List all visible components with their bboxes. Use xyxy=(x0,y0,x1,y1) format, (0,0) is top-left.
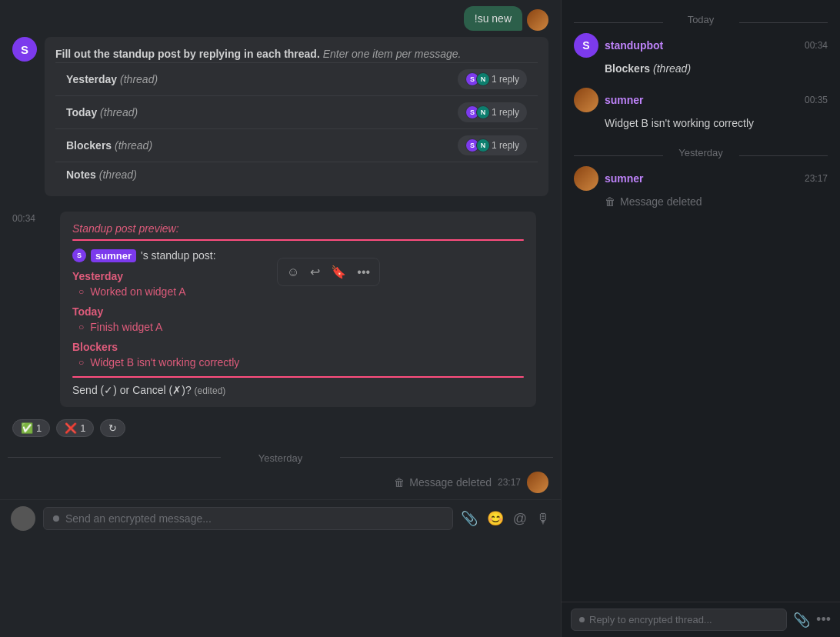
thread-yesterday-reply[interactable]: S N 1 reply xyxy=(458,69,527,89)
right-more-btn[interactable]: ••• xyxy=(816,612,831,628)
standup-blockers-item-text-0: Widget B isn't working correctly xyxy=(90,356,239,369)
emoji-btn[interactable]: 😊 xyxy=(487,510,504,527)
right-msg-sumner-yesterday: sumner 23:17 🗑 Message deleted xyxy=(574,166,828,210)
checkmark-emoji: ✅ xyxy=(21,422,33,434)
right-msg-sumner: sumner 00:35 Widget B isn't working corr… xyxy=(574,88,828,132)
new-message-area: !su new xyxy=(0,0,561,32)
standup-timestamp: 00:34 xyxy=(12,213,42,224)
deleted-message-text: 🗑 Message deleted xyxy=(394,476,492,489)
right-input-bar: Reply to encrypted thread... 📎 ••• xyxy=(562,602,840,637)
standup-top-divider xyxy=(72,239,524,241)
thread-blockers-reply-count: 1 reply xyxy=(492,140,519,151)
standup-today-title: Today xyxy=(72,305,524,318)
standup-today-item-text-0: Finish widget A xyxy=(90,321,162,333)
reply-avatar-6: N xyxy=(476,138,490,152)
deleted-right-text: 🗑 Message deleted xyxy=(605,194,828,210)
right-today-separator: Today xyxy=(574,9,828,33)
thread-notes-label: Notes (thread) xyxy=(66,168,137,181)
standup-blockers-title: Blockers xyxy=(72,341,524,353)
thread-yesterday-label: Yesterday (thread) xyxy=(66,73,158,85)
standup-preview-title: Standup post preview: xyxy=(72,222,524,235)
encrypted-dot xyxy=(53,515,59,522)
voice-btn[interactable]: 🎙 xyxy=(536,510,550,527)
x-count: 1 xyxy=(80,422,85,434)
emoji-reaction-btn[interactable]: ☺ xyxy=(282,262,304,282)
deleted-msg-avatar xyxy=(527,472,548,493)
widget-b-text: Widget B isn't working correctly xyxy=(605,117,754,129)
standup-bottom-divider xyxy=(72,376,524,378)
reply-btn[interactable]: ↩ xyxy=(305,262,325,282)
thread-today[interactable]: Today (thread) S N 1 reply xyxy=(55,95,538,128)
x-emoji: ❌ xyxy=(65,422,77,434)
deleted-message-row: 🗑 Message deleted 23:17 xyxy=(0,469,561,499)
yesterday-label: Yesterday xyxy=(258,452,302,464)
right-yesterday-separator: Yesterday xyxy=(574,142,828,166)
instruction-italic: Enter one item per message. xyxy=(323,48,462,60)
deleted-right-content: Message deleted xyxy=(620,194,702,210)
reaction-row: ✅ 1 ❌ 1 ↻ xyxy=(0,415,561,442)
blockers-label-right: Blockers xyxy=(605,62,650,75)
blockers-italic-right: (thread) xyxy=(653,62,691,75)
sender-avatar-top xyxy=(527,9,548,31)
sumner-avatar-right xyxy=(574,88,598,112)
attachment-btn[interactable]: 📎 xyxy=(461,510,478,527)
bookmark-btn[interactable]: 🔖 xyxy=(326,262,351,282)
reply-avatar-2: N xyxy=(476,72,490,86)
sumner-ts-yesterday: 23:17 xyxy=(805,173,828,184)
thread-today-reply[interactable]: S N 1 reply xyxy=(458,102,527,122)
x-reaction[interactable]: ❌ 1 xyxy=(56,419,94,437)
sumner-deleted-body: 🗑 Message deleted xyxy=(574,194,828,210)
right-attachment-btn[interactable]: 📎 xyxy=(793,612,810,629)
edited-label: (edited) xyxy=(195,385,226,396)
sumner-username-right: sumner xyxy=(605,94,644,106)
message-input-bar: Send an encrypted message... 📎 😊 @ 🎙 xyxy=(0,499,561,537)
standupbot-avatar: S xyxy=(574,33,598,58)
bot-instruction-text: Fill out the standup post by replying in… xyxy=(55,46,538,62)
input-icon-group: 📎 😊 @ 🎙 xyxy=(461,510,550,527)
right-msg-standupbot: S standupbot 00:34 Blockers (thread) xyxy=(574,33,828,77)
standup-user-suffix: 's standup post: xyxy=(141,249,216,262)
message-input-wrap[interactable]: Send an encrypted message... xyxy=(43,507,453,530)
thread-yesterday-reply-count: 1 reply xyxy=(492,74,519,85)
thread-messages-scroll: Today S standupbot 00:34 Blockers (threa… xyxy=(562,0,840,602)
standup-yesterday-item-0: Worked on widget A xyxy=(72,285,524,298)
sumner-msg-body: Widget B isn't working correctly xyxy=(574,115,828,132)
bot-message-row: S Fill out the standup post by replying … xyxy=(0,32,561,207)
checkmark-reaction[interactable]: ✅ 1 xyxy=(12,419,50,437)
user-avatar-input xyxy=(11,506,35,531)
standup-username-badge: sumner xyxy=(91,249,136,262)
message-toolbar: ☺ ↩ 🔖 ••• xyxy=(277,258,380,286)
right-msg-standupbot-header: S standupbot 00:34 xyxy=(574,33,828,58)
right-thread-panel: Today S standupbot 00:34 Blockers (threa… xyxy=(562,0,840,637)
su-new-text: !su new xyxy=(475,12,512,25)
thread-blockers-reply[interactable]: S N 1 reply xyxy=(458,135,527,155)
thread-blockers-label: Blockers (thread) xyxy=(66,139,152,152)
thread-notes[interactable]: Notes (thread) xyxy=(55,162,538,187)
thread-list: Yesterday (thread) S N 1 reply Today xyxy=(55,62,538,187)
thread-today-reply-count: 1 reply xyxy=(492,107,519,118)
thread-yesterday[interactable]: Yesterday (thread) S N 1 reply xyxy=(55,62,538,95)
add-reaction-btn[interactable]: ↻ xyxy=(100,419,125,437)
standupbot-msg-body: Blockers (thread) xyxy=(574,61,828,77)
more-options-btn[interactable]: ••• xyxy=(352,262,375,282)
standup-today-item-0: Finish widget A xyxy=(72,321,524,333)
standup-blockers-item-0: Widget B isn't working correctly xyxy=(72,356,524,369)
trash-icon: 🗑 xyxy=(394,476,405,489)
yesterday-date-separator: Yesterday xyxy=(0,445,561,469)
sumner-username-yesterday: sumner xyxy=(605,172,644,185)
standup-timestamp-row: 00:34 Standup post preview: S sumner 's … xyxy=(0,207,561,415)
deleted-text-content: Message deleted xyxy=(409,476,492,489)
thread-today-label: Today (thread) xyxy=(66,106,138,118)
su-new-bubble: !su new xyxy=(464,6,522,31)
mention-btn[interactable]: @ xyxy=(513,510,527,527)
add-reaction-icon: ↻ xyxy=(108,422,117,434)
standupbot-username: standupbot xyxy=(605,39,663,52)
sumner-avatar-yesterday xyxy=(574,166,598,191)
right-input-field-wrap[interactable]: Reply to encrypted thread... xyxy=(571,609,787,631)
right-today-label: Today xyxy=(688,14,715,25)
thread-blockers[interactable]: Blockers (thread) S N 1 reply xyxy=(55,128,538,162)
standup-preview-card: Standup post preview: S sumner 's standu… xyxy=(60,212,536,407)
right-input-placeholder: Reply to encrypted thread... xyxy=(589,614,778,625)
standup-user-avatar: S xyxy=(72,248,86,262)
left-chat-panel: !su new S Fill out the standup post by r… xyxy=(0,0,562,637)
